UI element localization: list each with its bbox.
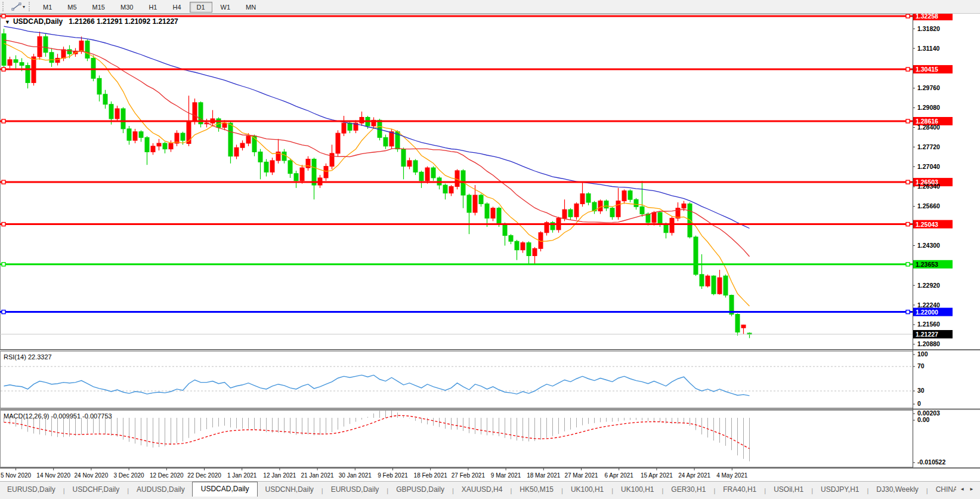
tab-ger30-h1[interactable]: GER30,H1 xyxy=(664,483,713,497)
candle-body xyxy=(646,214,650,222)
candle-body xyxy=(389,132,394,146)
hline-handle[interactable] xyxy=(2,180,5,184)
candle-body xyxy=(706,276,710,286)
candle-body xyxy=(133,132,137,140)
rsi-axis-label: 30 xyxy=(917,387,925,394)
timeframe-button-m5[interactable]: M5 xyxy=(60,2,84,13)
candle-body xyxy=(497,208,501,224)
candle-body xyxy=(127,129,131,140)
candle-body xyxy=(91,58,95,78)
price-axis-label: 1.29080 xyxy=(917,104,940,111)
hline-handle[interactable] xyxy=(906,67,910,71)
rsi-indicator-label: RSI(14) 22.3327 xyxy=(4,353,52,361)
tab-scroll-left-icon[interactable]: ◄ xyxy=(957,486,967,492)
candle-body xyxy=(312,159,316,185)
tab-eurusd-daily[interactable]: EURUSD,Daily xyxy=(0,483,63,497)
hline-handle[interactable] xyxy=(2,263,5,266)
hline-price-label: 1.23653 xyxy=(916,261,938,268)
date-axis-label: 24 Apr 2021 xyxy=(678,472,710,479)
price-axis-label: 1.27720 xyxy=(917,143,940,150)
timeframe-buttons: M1M5M15M30H1H4D1W1MN xyxy=(35,1,264,12)
hline-handle[interactable] xyxy=(906,119,910,123)
timeframe-button-h1[interactable]: H1 xyxy=(141,2,164,13)
tab-fra40-h1[interactable]: FRA40,H1 xyxy=(716,483,763,497)
candle-body xyxy=(580,194,585,204)
timeframe-button-h4[interactable]: H4 xyxy=(165,2,188,13)
tab-scroll-right-icon[interactable]: ► xyxy=(967,486,976,492)
hline-price-label: 1.32258 xyxy=(916,14,938,20)
candle-body xyxy=(712,276,716,294)
candle-body xyxy=(240,143,245,147)
price-axis-label: 1.26340 xyxy=(917,183,940,190)
hline-handle[interactable] xyxy=(2,310,5,314)
hline-handle[interactable] xyxy=(906,310,910,314)
tab-hk50-m15[interactable]: HK50,M15 xyxy=(512,483,561,497)
chart-tabs: EURUSD,Daily|USDCHF,Daily|AUDUSD,DailyUS… xyxy=(0,482,956,497)
price-chart-canvas[interactable]: 1.322581.304151.286161.265031.250431.236… xyxy=(0,14,980,481)
tab-dj30-weekly[interactable]: DJ30,Weekly xyxy=(869,483,925,497)
timeframe-button-m30[interactable]: M30 xyxy=(113,2,140,13)
candle-body xyxy=(145,137,149,152)
toolbar-grip-2[interactable] xyxy=(29,2,32,11)
candle-body xyxy=(139,132,143,138)
tab-uk100-h1[interactable]: UK100,H1 xyxy=(614,483,661,497)
tab-usdcad-daily[interactable]: USDCAD,Daily xyxy=(192,482,258,497)
candle-body xyxy=(634,199,638,207)
hline-handle[interactable] xyxy=(906,14,910,18)
tool-dropdown-caret-icon[interactable]: ▾ xyxy=(23,4,25,10)
tab-eurusd-daily[interactable]: EURUSD,Daily xyxy=(324,483,387,497)
chart-symbol: USDCAD,Daily xyxy=(13,17,63,26)
price-axis-label: 1.20880 xyxy=(917,340,940,347)
candle-body xyxy=(407,161,412,167)
candle-body xyxy=(360,118,364,124)
tab-usdjpy-h1[interactable]: USDJPY,H1 xyxy=(814,483,866,497)
macd-axis-label: -0.010522 xyxy=(917,458,945,466)
tab-audusd-daily[interactable]: AUDUSD,Daily xyxy=(129,483,192,497)
candle-body xyxy=(640,207,644,214)
tab-scroll-arrows: ◄ ► xyxy=(956,482,980,497)
candle-body xyxy=(85,41,89,58)
tab-gbpusd-daily[interactable]: GBPUSD,Daily xyxy=(389,483,452,497)
hline-price-label: 1.30415 xyxy=(916,66,938,73)
candle-body xyxy=(228,123,233,156)
timeframe-button-m15[interactable]: M15 xyxy=(85,2,112,13)
toolbar-grip[interactable] xyxy=(2,2,6,11)
candle-body xyxy=(735,314,740,332)
candle-body xyxy=(246,136,251,143)
hline-handle[interactable] xyxy=(2,119,5,123)
hline-handle[interactable] xyxy=(906,223,910,226)
tab-xauusd-h4[interactable]: XAUUSD,H4 xyxy=(455,483,510,497)
trendline-tool-icon[interactable] xyxy=(11,2,22,11)
timeframe-button-mn[interactable]: MN xyxy=(239,2,263,13)
candle-body xyxy=(157,143,161,146)
tab-usoil-h1[interactable]: USOil,H1 xyxy=(766,483,811,497)
timeframe-button-w1[interactable]: W1 xyxy=(214,2,238,13)
tab-usdcnh-daily[interactable]: USDCNH,Daily xyxy=(258,483,320,497)
hline-handle[interactable] xyxy=(2,223,5,226)
candle-body xyxy=(700,275,704,286)
tab-uk100-h1[interactable]: UK100,H1 xyxy=(564,483,611,497)
candle-body xyxy=(324,167,328,178)
hline-handle[interactable] xyxy=(906,263,910,266)
hline-price-label: 1.25043 xyxy=(916,221,938,228)
candle-body xyxy=(652,212,656,223)
candle-body xyxy=(694,237,698,275)
candle-body xyxy=(61,50,66,58)
date-axis-label: 3 Dec 2020 xyxy=(114,472,145,479)
date-axis-label: 18 Feb 2021 xyxy=(414,472,448,479)
candle-body xyxy=(8,60,12,66)
hline-handle[interactable] xyxy=(906,180,910,184)
timeframe-button-d1[interactable]: D1 xyxy=(190,2,212,13)
timeframe-button-m1[interactable]: M1 xyxy=(36,2,59,13)
tab-usdchf-daily[interactable]: USDCHF,Daily xyxy=(66,483,127,497)
date-axis-label: 14 Nov 2020 xyxy=(36,472,70,479)
date-axis-label: 12 Dec 2020 xyxy=(150,472,184,479)
one-click-expander-icon[interactable]: ▼ xyxy=(5,19,10,25)
candle-body xyxy=(413,161,418,172)
date-axis-label: 1 Jan 2021 xyxy=(227,472,257,479)
candle-body xyxy=(449,186,453,193)
candle-body xyxy=(509,236,513,242)
tab-china300-h1[interactable]: CHINA300,H1 xyxy=(929,483,956,497)
candle-body xyxy=(20,63,24,66)
hline-handle[interactable] xyxy=(2,67,5,71)
